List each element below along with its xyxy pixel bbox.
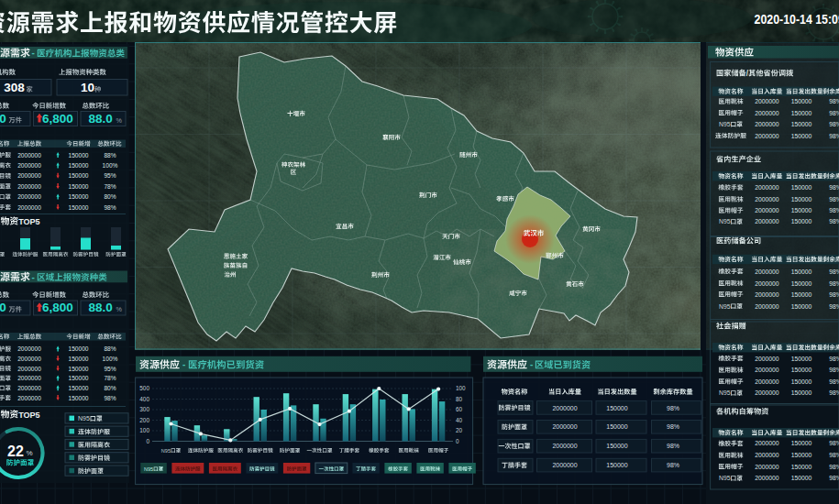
svg-text:150000: 150000 [69,193,89,200]
svg-text:100: 100 [456,385,466,391]
svg-text:98%: 98% [829,184,839,191]
svg-text:40: 40 [456,417,463,423]
svg-text:2000000: 2000000 [17,193,41,200]
svg-text:98%: 98% [829,291,839,298]
svg-text:2000000: 2000000 [755,110,779,116]
svg-text:TOP5: TOP5 [18,217,39,226]
svg-text:88%: 88% [104,345,116,352]
svg-text:2000000: 2000000 [755,291,779,298]
svg-text:2020-10-14 15:09:34: 2020-10-14 15:09:34 [755,12,839,27]
svg-text:98%: 98% [829,303,839,310]
svg-text:0: 0 [456,438,459,444]
svg-text:98%: 98% [829,196,839,203]
svg-text:2000000: 2000000 [17,345,41,352]
svg-text:N95: N95 [144,466,153,472]
svg-text:150000: 150000 [69,172,89,179]
svg-text:150000: 150000 [791,452,812,458]
svg-text:150000: 150000 [69,385,89,391]
svg-text:2000000: 2000000 [755,475,779,481]
svg-text:2000000: 2000000 [755,452,779,458]
svg-text:0: 0 [146,438,149,444]
svg-text:2000000: 2000000 [755,280,779,287]
svg-text:500: 500 [139,385,149,391]
svg-text:2000000: 2000000 [17,395,41,401]
svg-text:98%: 98% [829,389,839,396]
svg-text:98%: 98% [829,218,839,225]
svg-text:150000: 150000 [791,218,812,225]
svg-text:%: % [27,449,33,457]
svg-text:150000: 150000 [69,162,89,169]
svg-text:98%: 98% [829,98,839,104]
svg-text:150000: 150000 [791,303,812,310]
svg-text:150000: 150000 [791,464,812,470]
svg-text:150000: 150000 [791,110,812,116]
svg-text:2000000: 2000000 [755,207,779,214]
svg-text:88%: 88% [104,152,116,159]
svg-text:98%: 98% [829,280,839,287]
svg-text:-: - [182,359,185,369]
svg-text:-: - [32,272,35,282]
svg-text:308: 308 [4,81,25,94]
svg-text:N95: N95 [719,303,731,310]
svg-text:2000000: 2000000 [755,218,779,225]
svg-text:2000000: 2000000 [755,184,779,191]
svg-text:10: 10 [81,81,94,94]
svg-text:98%: 98% [829,452,839,458]
svg-text:150000: 150000 [606,423,627,430]
svg-text:2000000: 2000000 [552,405,577,411]
svg-text:%: % [116,116,123,125]
svg-text:150000: 150000 [791,378,812,385]
svg-text:2000000: 2000000 [755,464,779,470]
svg-text:150000: 150000 [791,133,812,139]
svg-text:98%: 98% [829,121,839,127]
svg-text:2000000: 2000000 [755,268,779,275]
svg-text:150000: 150000 [69,345,89,352]
svg-text:2000000: 2000000 [755,98,779,104]
svg-text:150000: 150000 [69,395,89,401]
svg-text:150000: 150000 [791,98,812,104]
svg-text:98%: 98% [104,204,116,211]
svg-text:95%: 95% [104,172,116,179]
svg-text:2000000: 2000000 [552,423,577,430]
svg-text:98%: 98% [829,110,839,116]
svg-text:150000: 150000 [791,440,812,446]
svg-text:2000000: 2000000 [552,443,577,449]
svg-text:%: % [116,305,123,313]
svg-text:150000: 150000 [791,389,812,396]
svg-text:2000000: 2000000 [17,366,41,372]
svg-text:98%: 98% [667,405,679,411]
svg-text:2000000: 2000000 [755,356,779,362]
svg-text:-: - [530,359,533,369]
svg-text:2000000: 2000000 [755,196,779,203]
svg-text:98%: 98% [104,395,116,401]
svg-text:200: 200 [139,417,149,423]
svg-text:98%: 98% [829,356,839,362]
svg-text:100%: 100% [103,162,118,169]
svg-text:TOP5: TOP5 [18,411,39,420]
svg-text:98%: 98% [667,462,679,468]
svg-text:N95: N95 [161,448,171,454]
svg-text:2000000: 2000000 [755,303,779,310]
svg-text:150000: 150000 [69,375,89,381]
svg-text:6,800: 6,800 [42,301,73,314]
svg-text:150000: 150000 [791,291,812,298]
svg-text:150000: 150000 [69,183,89,190]
svg-text:150000: 150000 [791,121,812,127]
svg-text:2000000: 2000000 [17,356,41,362]
svg-text:150000: 150000 [69,152,89,159]
svg-text:2000000: 2000000 [17,385,41,391]
svg-text:95%: 95% [104,366,116,372]
svg-text:2000000: 2000000 [17,172,41,179]
svg-text:1,450: 1,450 [0,112,6,126]
svg-text:98%: 98% [829,464,839,470]
svg-text:2000000: 2000000 [755,440,779,446]
svg-text:150000: 150000 [791,367,812,373]
svg-text:N95: N95 [719,475,731,481]
svg-text:150000: 150000 [606,443,627,449]
svg-text:-: - [32,48,35,58]
svg-text:150000: 150000 [791,196,812,203]
svg-text:98%: 98% [829,440,839,446]
svg-text:78%: 78% [104,183,116,190]
svg-text:N95: N95 [719,389,731,396]
svg-text:88.0: 88.0 [88,112,112,126]
